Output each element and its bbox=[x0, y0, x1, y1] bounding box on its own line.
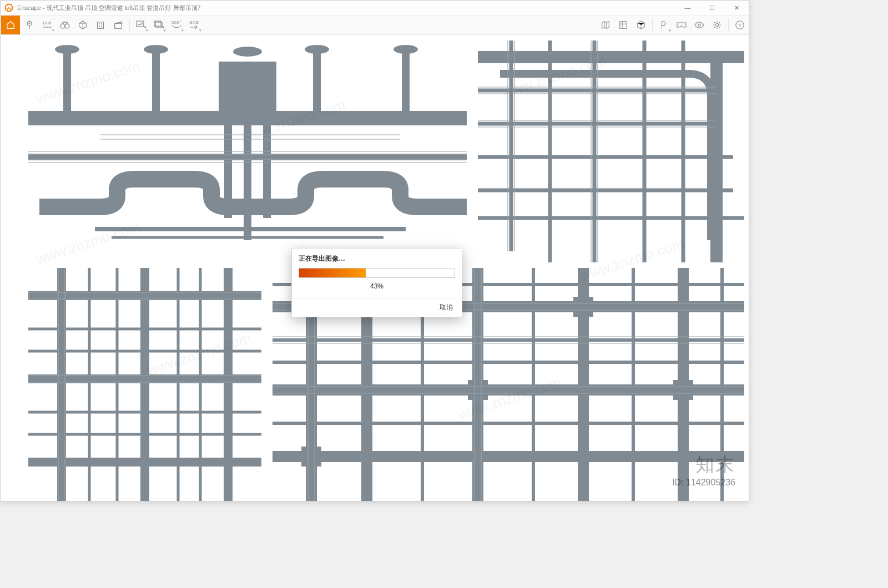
show-button[interactable] bbox=[691, 17, 708, 33]
vr-button[interactable] bbox=[673, 17, 690, 33]
sun-settings-button[interactable]: ▾ bbox=[655, 17, 672, 33]
assets-icon bbox=[618, 20, 628, 30]
flag-icon bbox=[659, 20, 669, 30]
exe-export-button[interactable]: EXE ▾ bbox=[186, 17, 203, 33]
screenshot-button[interactable]: ▾ bbox=[133, 17, 149, 33]
progress-bar bbox=[299, 268, 455, 278]
window-minimize-button[interactable]: — bbox=[675, 1, 700, 15]
help-icon: ? bbox=[735, 20, 745, 30]
asset-library-button[interactable] bbox=[615, 17, 632, 33]
pipes-top-right-detail bbox=[478, 40, 744, 262]
minimap-button[interactable] bbox=[597, 17, 614, 33]
image-export-icon bbox=[135, 20, 147, 30]
window-maximize-button[interactable]: ☐ bbox=[700, 1, 724, 15]
vr-headset-icon bbox=[676, 21, 687, 29]
window-title: Enscape - 现代工业吊顶 吊顶 空调管道 loft吊顶 管道吊灯 异形吊… bbox=[17, 4, 201, 12]
brand-id: ID: 1142905236 bbox=[672, 478, 735, 488]
arrow-icon bbox=[189, 25, 199, 29]
dialog-title: 正在导出图像… bbox=[292, 249, 462, 268]
light-view-button[interactable] bbox=[633, 17, 649, 33]
maximize-icon: ☐ bbox=[709, 4, 715, 12]
video-path-button[interactable] bbox=[110, 17, 127, 33]
svg-text:?: ? bbox=[738, 22, 741, 28]
bim-mode-button[interactable]: BIM ▾ bbox=[39, 17, 56, 33]
minimize-icon: — bbox=[685, 4, 691, 11]
curve-icon bbox=[171, 25, 181, 29]
pano-label: 360° bbox=[171, 21, 182, 25]
brand-name: 知末 bbox=[672, 452, 735, 478]
brand-watermark: 知末 ID: 1142905236 bbox=[672, 452, 735, 488]
progress-fill bbox=[299, 268, 366, 277]
svg-point-4 bbox=[60, 24, 65, 28]
render-viewport[interactable]: www.znzmo.com www.znzmo.com www.znzmo.co… bbox=[1, 35, 749, 501]
app-logo-icon bbox=[3, 2, 15, 14]
svg-point-5 bbox=[65, 24, 69, 28]
gear-icon bbox=[712, 20, 722, 30]
settings-button[interactable] bbox=[709, 17, 725, 33]
titlebar: Enscape - 现代工业吊顶 吊顶 空调管道 loft吊顶 管道吊灯 异形吊… bbox=[1, 1, 749, 16]
svg-point-13 bbox=[715, 23, 718, 26]
close-icon: ✕ bbox=[734, 4, 739, 12]
walk-mode-button[interactable] bbox=[57, 17, 73, 33]
eye-icon bbox=[694, 21, 705, 29]
binoculars-icon bbox=[59, 21, 70, 29]
clapper-icon bbox=[113, 20, 123, 30]
toolbar: BIM ▾ ▾ ▾ 360° ▾ EXE bbox=[1, 16, 749, 35]
perspective-icon bbox=[78, 20, 88, 30]
underline-icon bbox=[43, 26, 52, 29]
help-button[interactable]: ? bbox=[731, 17, 748, 33]
svg-rect-7 bbox=[115, 23, 122, 28]
app-window: Enscape - 现代工业吊顶 吊顶 空调管道 loft吊顶 管道吊灯 异形吊… bbox=[0, 0, 749, 501]
building-icon bbox=[95, 20, 105, 30]
home-icon bbox=[6, 20, 16, 30]
map-view-button[interactable] bbox=[92, 17, 109, 33]
panorama-button[interactable]: 360° ▾ bbox=[168, 17, 185, 33]
svg-point-12 bbox=[698, 24, 700, 26]
pipes-bottom-left-detail bbox=[28, 268, 261, 501]
pin-icon bbox=[24, 20, 34, 30]
bim-label: BIM bbox=[43, 21, 52, 26]
svg-rect-6 bbox=[98, 22, 104, 29]
cancel-button[interactable]: 取消 bbox=[440, 303, 453, 311]
exe-label: EXE bbox=[189, 21, 199, 25]
batch-render-button[interactable]: ▾ bbox=[150, 17, 167, 33]
export-progress-dialog: 正在导出图像… 43% 取消 bbox=[291, 248, 462, 317]
image-batch-icon bbox=[153, 20, 164, 30]
fly-mode-button[interactable] bbox=[74, 17, 91, 33]
svg-point-2 bbox=[29, 23, 31, 24]
pipes-top-left-detail bbox=[28, 46, 467, 268]
progress-percent: 43% bbox=[292, 278, 462, 298]
favorite-view-button[interactable] bbox=[21, 17, 38, 33]
home-button[interactable] bbox=[1, 16, 20, 34]
svg-rect-11 bbox=[620, 22, 627, 29]
map-icon bbox=[601, 20, 610, 30]
window-close-button[interactable]: ✕ bbox=[724, 1, 749, 15]
cube-icon bbox=[636, 20, 646, 30]
